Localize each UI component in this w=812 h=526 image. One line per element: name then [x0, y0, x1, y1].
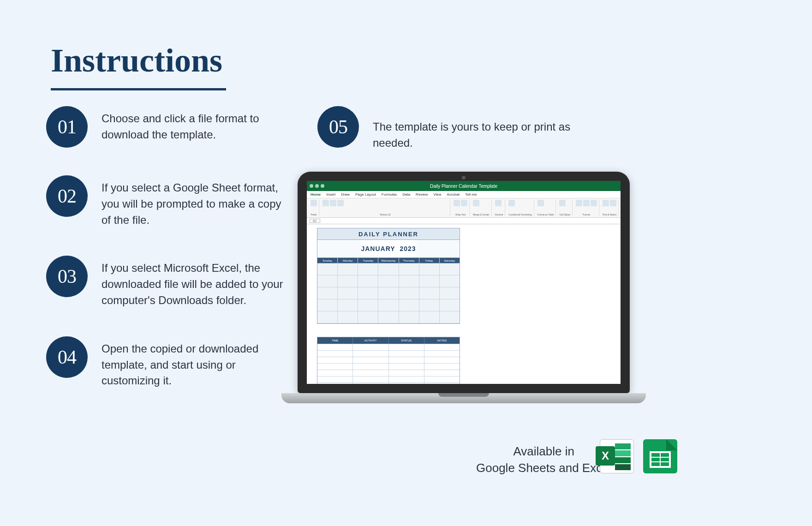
window-title: Daily Planner Calendar Template	[430, 184, 497, 189]
step-text: Open the copied or downloaded template, …	[102, 336, 286, 389]
availability-text: Available in Google Sheets and Excel	[476, 443, 611, 477]
excel-titlebar: Daily Planner Calendar Template	[307, 181, 621, 191]
cell-ref: A1	[310, 219, 320, 223]
day-headers: Sunday Monday Tuesday Wednesday Thursday…	[317, 258, 460, 263]
excel-ribbon: Paste Roboto 10 Wrap Text Merge & Center…	[307, 198, 621, 218]
step-number: 02	[46, 175, 88, 217]
step-number: 01	[46, 106, 88, 148]
step-number: 05	[317, 106, 359, 148]
laptop-mockup: Daily Planner Calendar Template Home Ins…	[281, 172, 646, 403]
cell-reference-bar: A1	[307, 218, 621, 224]
laptop-base	[281, 393, 646, 403]
page-title: Instructions	[0, 0, 812, 80]
col-notes: NOTES	[424, 337, 460, 344]
ribbon-label: Wrap Text	[454, 213, 467, 216]
font-name: Roboto	[380, 213, 388, 216]
step-number: 04	[46, 336, 88, 378]
excel-menubar: Home Insert Draw Page Layout Formulas Da…	[307, 191, 621, 198]
ribbon-label: Find & Select	[603, 213, 616, 216]
ribbon-label: General	[495, 213, 503, 216]
step-04: 04 Open the copied or downloaded templat…	[46, 336, 286, 389]
day-header: Wednesday	[378, 258, 399, 263]
day-header: Thursday	[399, 258, 419, 263]
menu-tellme: Tell me	[465, 192, 477, 197]
menu-data: Data	[402, 192, 410, 197]
activities-table: TIME ACTIVITY STATUS NOTES	[317, 337, 460, 384]
format-icons	[600, 439, 677, 473]
day-header: Tuesday	[358, 258, 378, 263]
excel-icon	[600, 439, 634, 473]
step-text: If you select Microsoft Excel, the downl…	[102, 256, 286, 308]
menu-view: View	[433, 192, 441, 197]
step-05: 05 The template is yours to keep or prin…	[317, 106, 603, 151]
step-number: 03	[46, 256, 88, 297]
menu-home: Home	[310, 192, 321, 197]
ribbon-label: Cell Styles	[559, 213, 570, 216]
day-header: Friday	[419, 258, 440, 263]
col-time: TIME	[317, 337, 353, 344]
menu-pagelayout: Page Layout	[355, 192, 376, 197]
ribbon-label: Paste	[310, 213, 317, 216]
laptop-bezel: Daily Planner Calendar Template Home Ins…	[298, 172, 630, 393]
step-text: The template is yours to keep or print a…	[373, 106, 603, 151]
mini-calendar-next	[416, 240, 460, 257]
camera-icon	[462, 176, 466, 179]
planner-month: JANUARY 2023	[361, 240, 416, 257]
availability-line2: Google Sheets and Excel	[476, 460, 611, 476]
col-status: STATUS	[389, 337, 424, 344]
ribbon-label: Merge & Center	[473, 213, 489, 216]
calendar-grid	[317, 263, 460, 324]
day-header: Sunday	[317, 258, 338, 263]
menu-insert: Insert	[326, 192, 335, 197]
day-header: Saturday	[440, 258, 460, 263]
step-text: Choose and click a file format to downlo…	[102, 106, 286, 143]
ribbon-label: Format	[576, 213, 597, 216]
steps-left: 01 Choose and click a file format to dow…	[46, 106, 286, 417]
planner-block: DAILY PLANNER JANUARY 2023 Sunday Monday…	[317, 228, 460, 384]
worksheet: DAILY PLANNER JANUARY 2023 Sunday Monday…	[307, 224, 621, 384]
step-text: If you select a Google Sheet format, you…	[102, 175, 286, 228]
ribbon-label: Format as Table	[537, 213, 554, 216]
availability-line1: Available in	[476, 443, 611, 460]
google-sheets-icon	[643, 439, 677, 473]
planner-title: DAILY PLANNER	[317, 228, 460, 240]
font-size: 10	[388, 213, 391, 216]
day-header: Monday	[338, 258, 358, 263]
excel-screenshot: Daily Planner Calendar Template Home Ins…	[307, 181, 621, 384]
menu-draw: Draw	[341, 192, 350, 197]
menu-acrobat: Acrobat	[447, 192, 460, 197]
step-01: 01 Choose and click a file format to dow…	[46, 106, 286, 148]
menu-formulas: Formulas	[382, 192, 397, 197]
ribbon-label: Conditional Formatting	[508, 213, 531, 216]
col-activity: ACTIVITY	[353, 337, 388, 344]
mini-calendar-prev	[317, 240, 361, 257]
menu-review: Review	[416, 192, 428, 197]
step-02: 02 If you select a Google Sheet format, …	[46, 175, 286, 228]
step-03: 03 If you select Microsoft Excel, the do…	[46, 256, 286, 308]
title-underline	[51, 88, 226, 90]
